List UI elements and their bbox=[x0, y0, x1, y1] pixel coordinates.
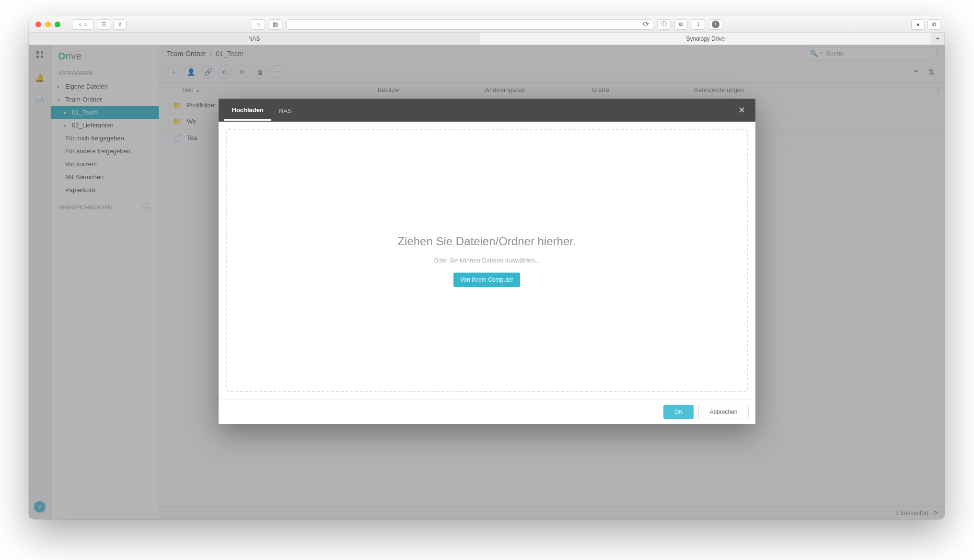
modal-tab-nas[interactable]: NAS bbox=[271, 100, 300, 120]
reload-icon[interactable]: ⟳ bbox=[643, 20, 649, 29]
dropzone-subtitle: Oder Sie können Dateien auswählen... bbox=[433, 256, 540, 263]
browser-tab-drive[interactable]: Synology Drive bbox=[480, 33, 932, 45]
home-icon[interactable]: ⌂ bbox=[252, 19, 265, 30]
browser-window: ‹› ☰ ⇪ ⌂ ▦ ⟳ ⓘ ⚙ ⤓ ! ● ⧉ NAS Synology Dr… bbox=[29, 16, 945, 519]
zoom-window-icon[interactable] bbox=[55, 22, 60, 27]
upload-modal: Hochladen NAS ✕ Ziehen Sie Dateien/Ordne… bbox=[219, 99, 755, 424]
info-icon[interactable]: ⓘ bbox=[657, 19, 671, 30]
apps-grid-icon[interactable]: ▦ bbox=[269, 19, 282, 30]
new-tab-button[interactable]: + bbox=[931, 33, 945, 45]
alert-icon[interactable]: ! bbox=[709, 19, 722, 30]
download-icon[interactable]: ⤓ bbox=[692, 19, 705, 30]
dropzone[interactable]: Ziehen Sie Dateien/Ordner hierher. Oder … bbox=[226, 129, 748, 392]
modal-footer: OK Abbrechen bbox=[219, 400, 755, 424]
nav-back-forward[interactable]: ‹› bbox=[72, 19, 94, 30]
modal-tabbar: Hochladen NAS ✕ bbox=[219, 99, 755, 122]
dropzone-title: Ziehen Sie Dateien/Ordner hierher. bbox=[397, 234, 576, 248]
ok-button[interactable]: OK bbox=[663, 405, 694, 419]
share-icon[interactable]: ⇪ bbox=[113, 19, 127, 30]
minimize-window-icon[interactable] bbox=[45, 22, 51, 27]
sidebar-toggle-icon[interactable]: ☰ bbox=[97, 19, 110, 30]
settings-icon[interactable]: ⚙ bbox=[674, 19, 688, 30]
address-bar[interactable]: ⟳ bbox=[286, 19, 653, 30]
from-computer-button[interactable]: Von Ihrem Computer bbox=[453, 272, 520, 286]
downloads-icon[interactable]: ● bbox=[911, 19, 925, 30]
browser-tabstrip: NAS Synology Drive + bbox=[29, 33, 945, 45]
tabs-icon[interactable]: ⧉ bbox=[928, 19, 941, 30]
browser-tab-nas[interactable]: NAS bbox=[29, 33, 480, 45]
titlebar: ‹› ☰ ⇪ ⌂ ▦ ⟳ ⓘ ⚙ ⤓ ! ● ⧉ bbox=[29, 16, 945, 33]
cancel-button[interactable]: Abbrechen bbox=[698, 405, 748, 419]
close-window-icon[interactable] bbox=[35, 22, 41, 27]
close-icon[interactable]: ✕ bbox=[734, 105, 750, 115]
modal-tab-upload[interactable]: Hochladen bbox=[224, 100, 271, 121]
traffic-lights bbox=[35, 22, 60, 27]
